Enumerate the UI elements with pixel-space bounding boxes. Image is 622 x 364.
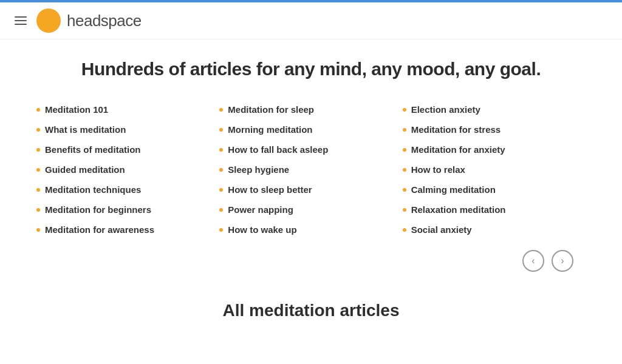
article-label: Meditation for beginners [45, 201, 151, 218]
article-label: How to sleep better [228, 181, 312, 198]
article-label: Relaxation meditation [411, 201, 506, 218]
article-label: How to wake up [228, 221, 296, 238]
bullet-icon [219, 228, 223, 232]
hamburger-menu[interactable] [15, 16, 27, 25]
article-label: Meditation techniques [45, 181, 141, 198]
article-label: How to relax [411, 161, 465, 178]
page-headline: Hundreds of articles for any mind, any m… [24, 59, 598, 79]
article-item[interactable]: Relaxation meditation [403, 201, 586, 218]
article-label: How to fall back asleep [228, 141, 328, 158]
bullet-icon [219, 148, 223, 152]
next-arrow-button[interactable]: › [552, 250, 573, 272]
article-item[interactable]: How to relax [403, 161, 586, 178]
article-item[interactable]: How to wake up [219, 221, 402, 238]
article-item[interactable]: Meditation for anxiety [403, 141, 586, 158]
articles-grid: Meditation 101 What is meditation Benefi… [24, 101, 598, 238]
article-item[interactable]: Benefits of meditation [36, 141, 219, 158]
bullet-icon [36, 228, 40, 232]
bullet-icon [403, 148, 406, 152]
bullet-icon [219, 188, 223, 192]
bullet-icon [36, 168, 40, 172]
article-label: Guided meditation [45, 161, 125, 178]
article-label: Meditation for anxiety [411, 141, 505, 158]
article-label: Benefits of meditation [45, 141, 141, 158]
bullet-icon [403, 108, 406, 112]
article-item[interactable]: Morning meditation [219, 121, 402, 138]
article-label: Meditation for awareness [45, 221, 154, 238]
article-label: Social anxiety [411, 221, 472, 238]
article-item[interactable]: Meditation techniques [36, 181, 219, 198]
article-item[interactable]: Meditation for stress [403, 121, 586, 138]
article-item[interactable]: Meditation for awareness [36, 221, 219, 238]
header: headspace [0, 2, 622, 39]
articles-column-2: Meditation for sleep Morning meditation … [219, 101, 402, 238]
chevron-right-icon: › [561, 255, 564, 266]
bullet-icon [219, 108, 223, 112]
bullet-icon [36, 188, 40, 192]
bullet-icon [36, 208, 40, 212]
article-item[interactable]: Sleep hygiene [219, 161, 402, 178]
article-label: What is meditation [45, 121, 126, 138]
chevron-left-icon: ‹ [531, 255, 535, 266]
article-item[interactable]: Power napping [219, 201, 402, 218]
article-label: Power napping [228, 201, 293, 218]
article-item[interactable]: Social anxiety [403, 221, 586, 238]
bullet-icon [219, 128, 223, 132]
articles-column-1: Meditation 101 What is meditation Benefi… [36, 101, 219, 238]
article-item[interactable]: How to fall back asleep [219, 141, 402, 158]
bullet-icon [403, 188, 406, 192]
article-label: Calming meditation [411, 181, 496, 198]
logo-area[interactable]: headspace [36, 8, 142, 33]
main-content: Hundreds of articles for any mind, any m… [0, 39, 622, 284]
bullet-icon [36, 108, 40, 112]
bullet-icon [36, 128, 40, 132]
article-item[interactable]: Meditation 101 [36, 101, 219, 118]
nav-arrows: ‹ › [24, 238, 598, 272]
bullet-icon [219, 168, 223, 172]
article-item[interactable]: Election anxiety [403, 101, 586, 118]
article-label: Meditation for stress [411, 121, 501, 138]
bullet-icon [36, 148, 40, 152]
article-label: Meditation for sleep [228, 101, 314, 118]
article-label: Morning meditation [228, 121, 312, 138]
bottom-title: All meditation articles [0, 301, 622, 320]
article-item[interactable]: How to sleep better [219, 181, 402, 198]
bullet-icon [403, 128, 406, 132]
bullet-icon [403, 208, 406, 212]
bullet-icon [219, 208, 223, 212]
article-label: Election anxiety [411, 101, 480, 118]
logo-text: headspace [67, 12, 142, 30]
article-item[interactable]: Calming meditation [403, 181, 586, 198]
article-item[interactable]: Meditation for sleep [219, 101, 402, 118]
bullet-icon [403, 228, 406, 232]
article-label: Meditation 101 [45, 101, 108, 118]
article-item[interactable]: Guided meditation [36, 161, 219, 178]
prev-arrow-button[interactable]: ‹ [522, 250, 544, 272]
logo-circle-icon [36, 8, 61, 33]
articles-column-3: Election anxiety Meditation for stress M… [403, 101, 586, 238]
bottom-section: All meditation articles [0, 284, 622, 320]
article-label: Sleep hygiene [228, 161, 289, 178]
article-item[interactable]: What is meditation [36, 121, 219, 138]
article-item[interactable]: Meditation for beginners [36, 201, 219, 218]
bullet-icon [403, 168, 406, 172]
